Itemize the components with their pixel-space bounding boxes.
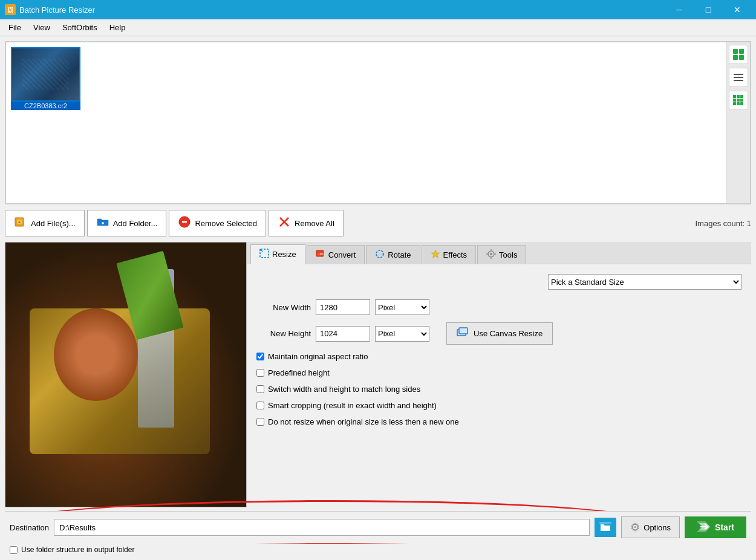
- close-button[interactable]: ✕: [723, 0, 751, 19]
- height-unit-select[interactable]: Pixel Percent Inch cm: [375, 326, 429, 342]
- tab-convert[interactable]: JPG Convert: [307, 245, 365, 264]
- title-bar-left: 🖼 Batch Picture Resizer: [5, 4, 95, 15]
- add-files-label: Add File(s)...: [31, 219, 76, 228]
- height-input[interactable]: [316, 326, 370, 342]
- add-files-button[interactable]: Add File(s)...: [5, 210, 85, 236]
- browse-button[interactable]: [595, 518, 616, 537]
- switch-width-height-checkbox[interactable]: [256, 385, 264, 393]
- tabs-bar: Resize JPG Convert: [247, 242, 751, 264]
- width-input[interactable]: [316, 299, 370, 315]
- gallery-thumb: [11, 47, 80, 102]
- options-button[interactable]: ⚙ Options: [621, 516, 680, 538]
- remove-selected-svg: [178, 215, 191, 229]
- smart-cropping-label: Smart cropping (result in exact width an…: [268, 401, 437, 410]
- list-icon: [732, 71, 745, 83]
- gallery-view-list[interactable]: [729, 68, 748, 87]
- do-not-resize-row: Do not resize when original size is less…: [256, 417, 741, 426]
- svg-rect-39: [459, 328, 468, 334]
- remove-all-button[interactable]: Remove All: [269, 210, 344, 236]
- svg-rect-11: [737, 99, 740, 102]
- svg-rect-15: [740, 102, 743, 105]
- svg-rect-3: [739, 55, 744, 60]
- gallery-item[interactable]: CZ2B0383.cr2: [11, 47, 80, 110]
- use-folder-row: Use folder structure in output folder: [10, 545, 746, 554]
- start-button[interactable]: Start: [685, 516, 746, 538]
- thumb-preview: [12, 48, 79, 100]
- svg-rect-2: [733, 55, 738, 60]
- bottom-section: Destination ⚙ Options: [5, 511, 751, 555]
- convert-tab-icon: JPG: [316, 249, 325, 261]
- gallery-view-grid[interactable]: [729, 91, 748, 110]
- add-folder-icon: [96, 215, 109, 232]
- tab-rotate-label: Rotate: [388, 250, 411, 259]
- effects-tab-icon: [431, 249, 440, 261]
- gear-icon: ⚙: [630, 521, 640, 534]
- width-unit-select[interactable]: Pixel Percent Inch cm: [375, 299, 429, 315]
- do-not-resize-checkbox[interactable]: [256, 418, 264, 426]
- svg-rect-13: [733, 102, 736, 105]
- maintain-aspect-row: Maintain original aspect ratio: [256, 352, 741, 361]
- start-icon: [697, 521, 710, 534]
- app-title: Batch Picture Resizer: [19, 5, 95, 15]
- remove-all-icon: [278, 215, 291, 232]
- height-row: New Height Pixel Percent Inch cm: [256, 322, 741, 345]
- standard-size-select[interactable]: Pick a Standard Size 800x600 1024x768 12…: [548, 274, 741, 290]
- predefined-height-checkbox[interactable]: [256, 369, 264, 377]
- remove-selected-icon: [178, 215, 191, 232]
- canvas-resize-label: Use Canvas Resize: [474, 329, 543, 338]
- right-panel: Resize JPG Convert: [247, 242, 751, 507]
- maintain-aspect-label: Maintain original aspect ratio: [268, 352, 368, 361]
- options-label: Options: [644, 523, 671, 532]
- standard-size-row: Pick a Standard Size 800x600 1024x768 12…: [256, 274, 741, 290]
- do-not-resize-label: Do not resize when original size is less…: [268, 417, 459, 426]
- maintain-aspect-checkbox[interactable]: [256, 353, 264, 360]
- tab-resize[interactable]: Resize: [250, 244, 305, 264]
- title-bar: 🖼 Batch Picture Resizer ─ □ ✕: [0, 0, 756, 19]
- svg-rect-6: [734, 80, 743, 81]
- remove-all-svg: [278, 215, 291, 229]
- tab-rotate[interactable]: Rotate: [366, 245, 420, 264]
- svg-rect-10: [733, 99, 736, 102]
- food-item1: [54, 308, 138, 401]
- gallery-view-large[interactable]: [729, 45, 748, 64]
- panel-content: Pick a Standard Size 800x600 1024x768 12…: [247, 264, 751, 507]
- svg-point-33: [490, 253, 492, 255]
- svg-rect-40: [599, 522, 611, 524]
- large-icon: [732, 48, 745, 60]
- lower-section: Resize JPG Convert: [5, 242, 751, 507]
- menu-help[interactable]: Help: [103, 21, 132, 34]
- menu-file[interactable]: File: [2, 21, 27, 34]
- menu-softorbits[interactable]: SoftOrbits: [56, 21, 103, 34]
- grid-icon: [732, 94, 745, 106]
- svg-rect-12: [740, 99, 743, 102]
- images-count: Images count: 1: [696, 219, 752, 228]
- predefined-height-row: Predefined height: [256, 368, 741, 377]
- gallery-content: CZ2B0383.cr2: [6, 42, 726, 203]
- tab-tools[interactable]: Tools: [477, 245, 526, 264]
- use-folder-label: Use folder structure in output folder: [21, 545, 134, 554]
- add-folder-button[interactable]: Add Folder...: [87, 210, 167, 236]
- canvas-resize-icon: [457, 327, 469, 340]
- menu-bar: File View SoftOrbits Help: [0, 19, 756, 36]
- svg-rect-8: [737, 95, 740, 98]
- menu-view[interactable]: View: [27, 21, 56, 34]
- canvas-resize-button[interactable]: Use Canvas Resize: [446, 322, 553, 345]
- smart-cropping-row: Smart cropping (result in exact width an…: [256, 401, 741, 410]
- tools-tab-icon: [486, 249, 496, 261]
- maximize-button[interactable]: □: [694, 0, 722, 19]
- smart-cropping-checkbox[interactable]: [256, 402, 264, 409]
- browse-icon: [599, 522, 611, 533]
- tab-effects[interactable]: Effects: [422, 245, 477, 264]
- use-folder-checkbox[interactable]: [10, 546, 18, 554]
- destination-input[interactable]: [54, 519, 590, 536]
- add-files-icon: [14, 215, 27, 232]
- svg-rect-9: [740, 95, 743, 98]
- remove-selected-button[interactable]: Remove Selected: [169, 210, 266, 236]
- minimize-button[interactable]: ─: [665, 0, 693, 19]
- destination-label: Destination: [10, 523, 49, 532]
- bottom-bar: Destination ⚙ Options: [5, 511, 751, 543]
- svg-rect-1: [739, 49, 744, 54]
- gallery-filename: CZ2B0383.cr2: [11, 102, 80, 110]
- tab-effects-label: Effects: [443, 250, 468, 259]
- toolbar: Add File(s)... Add Folder... Remove Sele…: [5, 208, 751, 238]
